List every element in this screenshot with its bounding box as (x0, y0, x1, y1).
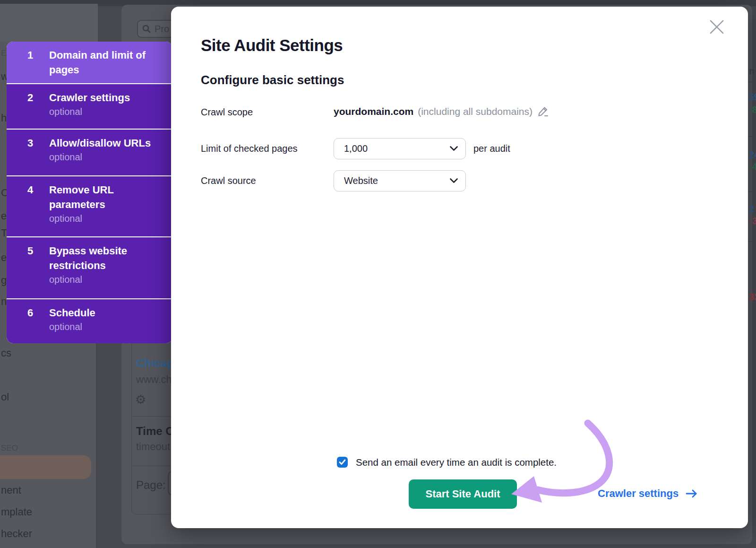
gear-icon[interactable]: ⚙ (135, 393, 146, 406)
search-icon (142, 25, 151, 33)
search-placeholder: Pro (155, 24, 169, 35)
checkmark-icon (339, 459, 346, 465)
divider (748, 136, 756, 137)
email-checkbox[interactable] (337, 457, 348, 468)
bg-text-fragment: h (1, 113, 7, 124)
background-row2-subtitle: timeout (136, 441, 170, 453)
step-number: 3 (7, 136, 49, 175)
close-icon[interactable] (709, 19, 725, 35)
sidebar-active-item-highlight[interactable] (0, 455, 91, 479)
limit-select[interactable]: 1,000 (334, 138, 466, 159)
crawl-scope-note: (including all subdomains) (418, 106, 533, 117)
background-project-url: www.ch (136, 374, 172, 386)
crawl-scope-label: Crawl scope (201, 107, 253, 118)
step-optional-label: optional (49, 322, 95, 332)
edit-pencil-icon[interactable] (537, 105, 549, 118)
divider (748, 191, 756, 192)
start-site-audit-button[interactable]: Start Site Audit (409, 479, 517, 509)
crawl-scope-value: yourdomain.com (including all subdomains… (334, 105, 549, 118)
step-title: Remove URL parameters (49, 183, 160, 212)
step-number: 2 (7, 90, 49, 129)
crawl-source-select[interactable]: Website (334, 170, 466, 191)
crawl-source-label: Crawl source (201, 175, 256, 186)
bg-metric-fragment: -3 (749, 215, 756, 226)
step-number: 6 (7, 305, 49, 343)
step-bypass-website-restrictions[interactable]: 5 Bypass website restrictions optional (7, 237, 172, 298)
step-optional-label: optional (49, 274, 160, 285)
step-number: 1 (7, 48, 49, 83)
background-page-label: Page: (136, 478, 166, 492)
step-domain-and-limit[interactable]: 1 Domain and limit of pages (7, 42, 172, 83)
chevron-down-icon (450, 178, 458, 183)
bg-metric-fragment: 33 (749, 291, 756, 303)
bg-menu-item-fragment[interactable]: hecker (1, 528, 32, 539)
crawl-source-select-value: Website (344, 175, 450, 186)
background-row2-title: Time O (136, 425, 174, 438)
bg-metric-fragment: 59 (749, 91, 756, 103)
background-project-link[interactable]: Chicag (136, 357, 174, 370)
bg-text-fragment: g (1, 275, 7, 286)
screen: EAwhCewToergnscsolSEO nentmplatehecker P… (0, 0, 756, 548)
step-number: 5 (7, 244, 49, 298)
bg-metric-fragment: 24 (749, 149, 756, 160)
email-checkbox-label[interactable]: Send an email every time an audit is com… (356, 457, 557, 468)
arrow-right-icon (686, 489, 698, 498)
divider (748, 82, 756, 82)
step-optional-label: optional (49, 213, 160, 224)
step-schedule[interactable]: 6 Schedule optional (7, 299, 172, 343)
divider (748, 241, 756, 242)
step-remove-url-parameters[interactable]: 4 Remove URL parameters optional (7, 176, 172, 236)
email-checkbox-row: Send an email every time an audit is com… (337, 457, 557, 468)
bg-text-fragment: SEO (1, 443, 18, 454)
step-title: Bypass website restrictions (49, 244, 160, 273)
crawl-scope-domain: yourdomain.com (334, 106, 413, 117)
step-optional-label: optional (49, 106, 130, 117)
bg-menu-item-fragment[interactable]: nent (1, 485, 21, 496)
background-sidebar-header (0, 4, 98, 42)
wizard-steps-panel: 1 Domain and limit of pages 2 Crawler se… (7, 42, 172, 343)
bg-text-fragment: ol (1, 391, 9, 403)
step-title: Allow/disallow URLs (49, 136, 151, 150)
step-allow-disallow-urls[interactable]: 3 Allow/disallow URLs optional (7, 130, 172, 175)
bg-menu-item-fragment[interactable]: mplate (1, 506, 32, 518)
step-title: Schedule (49, 305, 95, 320)
step-optional-label: optional (49, 152, 151, 163)
limit-suffix: per audit (473, 143, 510, 154)
modal-subtitle: Configure basic settings (201, 73, 344, 87)
modal-title: Site Audit Settings (201, 36, 343, 55)
site-audit-settings-modal: Site Audit Settings Configure basic sett… (171, 7, 748, 528)
limit-label: Limit of checked pages (201, 143, 298, 154)
crawler-settings-link-label: Crawler settings (598, 487, 679, 500)
step-title: Crawler settings (49, 90, 130, 105)
step-number: 4 (7, 183, 49, 236)
bg-metric-fragment: -8 (749, 104, 756, 115)
crawler-settings-link[interactable]: Crawler settings (598, 487, 698, 500)
limit-select-value: 1,000 (344, 143, 450, 154)
bg-metric-fragment: -4 (749, 161, 756, 172)
chevron-down-icon (450, 146, 458, 151)
bg-metric-fragment: n (749, 65, 755, 77)
bg-metric-fragment: 2 (749, 203, 754, 215)
bg-text-fragment: cs (1, 348, 11, 359)
step-title: Domain and limit of pages (49, 48, 165, 83)
step-crawler-settings[interactable]: 2 Crawler settings optional (7, 84, 172, 129)
